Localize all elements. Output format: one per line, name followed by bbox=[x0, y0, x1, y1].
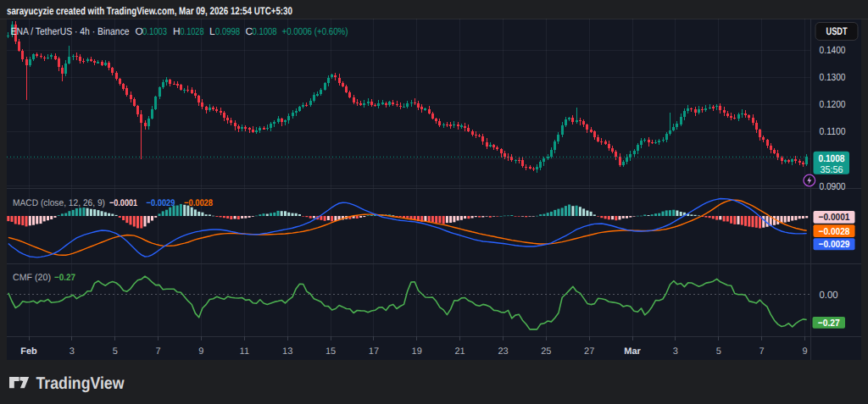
svg-text:21: 21 bbox=[454, 346, 465, 357]
svg-text:0.1400: 0.1400 bbox=[820, 44, 846, 56]
svg-text:sarayucyzie created with Tradi: sarayucyzie created with TradingView.com… bbox=[7, 5, 292, 17]
svg-text:CMF (20): CMF (20) bbox=[13, 273, 51, 283]
svg-text:0.1300: 0.1300 bbox=[820, 71, 846, 83]
svg-text:ENA / TetherUS · 4h · Binance: ENA / TetherUS · 4h · Binance bbox=[11, 25, 130, 37]
svg-text:−0.0029: −0.0029 bbox=[819, 240, 850, 250]
svg-text:−0.0001: −0.0001 bbox=[109, 198, 137, 208]
svg-text:5: 5 bbox=[716, 346, 721, 357]
svg-text:3: 3 bbox=[673, 346, 678, 357]
svg-text:19: 19 bbox=[412, 346, 422, 357]
svg-text:0.00: 0.00 bbox=[820, 289, 838, 301]
svg-text:−0.0028: −0.0028 bbox=[184, 198, 213, 208]
svg-text:15: 15 bbox=[326, 346, 336, 357]
svg-text:MACD (close, 12, 26, 9): MACD (close, 12, 26, 9) bbox=[13, 198, 105, 208]
svg-text:L: L bbox=[209, 25, 215, 37]
svg-text:0.1028: 0.1028 bbox=[181, 25, 204, 37]
svg-text:3: 3 bbox=[70, 346, 75, 357]
svg-text:TradingView: TradingView bbox=[36, 374, 125, 393]
svg-text:7: 7 bbox=[156, 346, 161, 357]
svg-text:9: 9 bbox=[802, 346, 807, 357]
svg-text:23: 23 bbox=[498, 346, 508, 357]
svg-text:0.1008: 0.1008 bbox=[819, 152, 845, 164]
svg-text:7: 7 bbox=[760, 346, 765, 357]
svg-text:5: 5 bbox=[113, 346, 118, 357]
svg-text:25: 25 bbox=[541, 346, 551, 357]
svg-text:−0.27: −0.27 bbox=[818, 318, 840, 329]
svg-text:11: 11 bbox=[240, 346, 249, 357]
svg-text:13: 13 bbox=[282, 346, 292, 357]
svg-text:+0.0006 (+0.60%): +0.0006 (+0.60%) bbox=[282, 25, 348, 37]
svg-text:−0.27: −0.27 bbox=[54, 273, 75, 283]
svg-text:−0.0029: −0.0029 bbox=[147, 198, 175, 208]
svg-text:−0.0001: −0.0001 bbox=[819, 213, 851, 223]
svg-text:0.1008: 0.1008 bbox=[253, 25, 277, 37]
svg-text:H: H bbox=[173, 25, 181, 37]
svg-text:0.1100: 0.1100 bbox=[820, 125, 846, 137]
svg-text:−0.0028: −0.0028 bbox=[819, 227, 851, 237]
svg-text:0.0900: 0.0900 bbox=[820, 180, 846, 192]
svg-text:Mar: Mar bbox=[624, 346, 641, 357]
svg-text:Feb: Feb bbox=[20, 346, 37, 357]
svg-text:35:56: 35:56 bbox=[821, 165, 843, 175]
svg-text:9: 9 bbox=[198, 346, 203, 357]
svg-text:0.0998: 0.0998 bbox=[215, 25, 240, 37]
svg-text:0.1200: 0.1200 bbox=[820, 98, 846, 110]
svg-text:17: 17 bbox=[369, 346, 379, 357]
svg-text:0.1003: 0.1003 bbox=[142, 25, 167, 37]
svg-text:USDT: USDT bbox=[826, 25, 848, 37]
svg-text:27: 27 bbox=[584, 346, 594, 357]
